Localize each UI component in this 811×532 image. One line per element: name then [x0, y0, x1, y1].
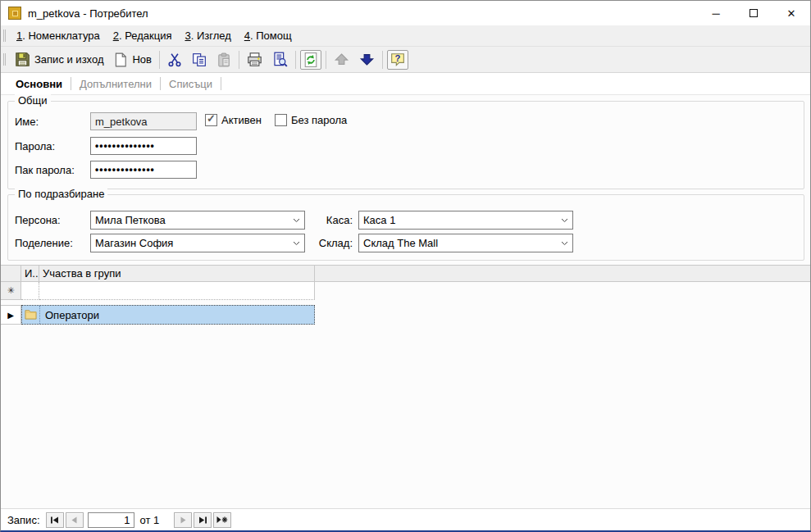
maximize-icon	[749, 9, 758, 17]
minimize-button[interactable]: ─	[697, 1, 735, 25]
print-preview-button[interactable]	[267, 48, 293, 70]
main-panel: Общи Име: ✓ Активен Без парола Парола: П…	[1, 95, 810, 508]
grid-new-row[interactable]: ✳	[1, 282, 810, 300]
tab-dopalnitelni[interactable]: Допълнителни	[73, 75, 158, 93]
tab-separator	[71, 77, 71, 90]
move-down-button[interactable]	[354, 48, 380, 70]
new-record-button[interactable]	[213, 512, 231, 528]
new-button[interactable]: Нов	[108, 49, 157, 70]
menu-izgled[interactable]: 3. Изглед	[178, 27, 237, 44]
toolbar-separator	[295, 51, 296, 69]
password-label: Парола:	[15, 140, 55, 152]
cut-button[interactable]	[162, 49, 187, 70]
new-row-marker-icon: ✳	[1, 282, 21, 300]
password-repeat-field[interactable]	[90, 161, 197, 179]
move-up-button[interactable]	[329, 48, 354, 70]
no-password-checkbox[interactable]	[275, 114, 287, 126]
warehouse-combobox[interactable]: Склад The Mall	[358, 234, 573, 252]
next-record-button[interactable]	[174, 512, 192, 528]
chevron-down-icon	[556, 218, 572, 223]
titlebar: m_petkova - Потребител ─ ✕	[1, 1, 810, 25]
tab-osnovni[interactable]: Основни	[9, 75, 69, 93]
last-record-button[interactable]	[194, 512, 212, 528]
refresh-icon	[303, 52, 318, 67]
arrow-up-icon	[334, 52, 349, 67]
toolbar: Запис и изход Нов	[1, 47, 810, 73]
previous-record-icon	[70, 514, 79, 526]
division-label: Поделение:	[15, 237, 73, 249]
save-icon	[15, 52, 30, 67]
refresh-button[interactable]	[300, 50, 321, 70]
svg-text:?: ?	[395, 53, 401, 63]
menu-nomenklatura[interactable]: 1. Номенклатура	[10, 27, 107, 44]
grid-header-filler	[315, 266, 810, 281]
print-preview-icon	[272, 52, 288, 67]
no-password-checkbox-group[interactable]: Без парола	[275, 114, 347, 126]
record-count-label: от 1	[140, 514, 160, 526]
help-button[interactable]: ?	[387, 50, 408, 70]
first-record-icon	[50, 514, 59, 526]
previous-record-button[interactable]	[66, 512, 84, 528]
defaults-group: По подразбиране Персона: Мила Петкова По…	[7, 194, 804, 261]
menu-pomosht[interactable]: 4. Помощ	[238, 27, 298, 44]
toolbar-separator	[382, 51, 383, 69]
name-label: Име:	[15, 116, 39, 128]
tab-separator	[221, 77, 221, 90]
toolbar-grip[interactable]	[3, 53, 6, 66]
grid-header-groups-column[interactable]: Участва в групи	[39, 266, 315, 281]
no-password-checkbox-label: Без парола	[291, 114, 347, 126]
paste-button[interactable]	[212, 49, 236, 70]
record-navigator: Запис: от 1	[1, 508, 810, 530]
active-checkbox[interactable]: ✓	[205, 114, 217, 126]
grid-header-selector	[1, 266, 21, 281]
user-window: m_petkova - Потребител ─ ✕ 1. Номенклату…	[0, 0, 811, 532]
help-icon: ?	[390, 52, 405, 67]
copy-icon	[192, 52, 207, 67]
save-exit-button[interactable]: Запис и изход	[10, 48, 108, 70]
maximize-button[interactable]	[735, 1, 772, 25]
active-checkbox-group[interactable]: ✓ Активен	[205, 114, 262, 126]
cash-label: Каса:	[272, 214, 353, 226]
record-position-input[interactable]	[88, 512, 134, 528]
group-name-cell: Оператори	[40, 306, 314, 324]
print-button[interactable]	[242, 48, 267, 70]
window-title: m_petkova - Потребител	[26, 7, 697, 20]
groups-grid: И... Участва в групи ✳ ▶ Оператори	[1, 265, 810, 325]
menu-redakcia[interactable]: 2. Редакция	[107, 27, 179, 44]
cash-combobox[interactable]: Каса 1	[358, 211, 573, 230]
defaults-group-title: По подразбиране	[15, 188, 107, 200]
grid-row-operatori[interactable]: ▶ Оператори	[1, 305, 810, 325]
close-button[interactable]: ✕	[772, 1, 810, 25]
grid-header-icon-column[interactable]: И...	[21, 266, 39, 281]
password-repeat-label: Пак парола:	[15, 164, 75, 176]
toolbar-separator	[326, 51, 326, 69]
password-field[interactable]	[90, 137, 197, 155]
print-icon	[247, 52, 262, 67]
grid-header: И... Участва в групи	[1, 265, 810, 282]
persona-label: Персона:	[15, 214, 61, 226]
app-icon	[8, 7, 21, 20]
general-group: Общи Име: ✓ Активен Без парола Парола: П…	[7, 101, 804, 189]
menubar: 1. Номенклатура 2. Редакция 3. Изглед 4.…	[1, 25, 810, 47]
next-record-icon	[179, 514, 188, 526]
toolbar-separator	[239, 51, 239, 69]
chevron-down-icon	[556, 241, 572, 246]
new-record-icon	[216, 514, 228, 526]
tab-strip: Основни Допълнителни Списъци	[1, 73, 810, 95]
menubar-grip[interactable]	[3, 30, 6, 42]
arrow-down-icon	[359, 52, 375, 67]
last-record-icon	[198, 514, 207, 526]
cut-icon	[167, 52, 182, 67]
new-document-icon	[113, 52, 128, 67]
copy-button[interactable]	[187, 49, 212, 70]
toolbar-separator	[159, 51, 160, 69]
active-checkbox-label: Активен	[221, 114, 262, 126]
record-label: Запис:	[7, 514, 40, 526]
warehouse-label: Склад:	[272, 237, 353, 249]
current-row-marker-icon: ▶	[1, 305, 21, 325]
folder-icon	[25, 308, 37, 322]
name-field[interactable]	[90, 112, 197, 130]
tab-spisaci[interactable]: Списъци	[162, 75, 219, 93]
first-record-button[interactable]	[46, 512, 64, 528]
tab-separator	[160, 77, 161, 90]
